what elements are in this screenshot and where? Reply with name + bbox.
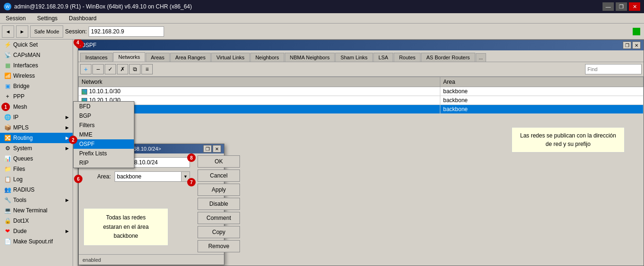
filter-button[interactable]: ≡ bbox=[141, 64, 153, 74]
find-input[interactable] bbox=[585, 64, 642, 74]
forward-button[interactable]: ► bbox=[16, 25, 28, 38]
main-content: 3 OSPF ❐ ✕ Instances Networks Areas Area… bbox=[73, 40, 644, 266]
sidebar: 1 ⚡ Quick Set 📡 CAPsMAN ▦ Interfaces 📶 W… bbox=[0, 40, 73, 266]
sidebar-item-new-terminal[interactable]: 💻 New Terminal bbox=[0, 205, 73, 216]
cancel-button[interactable]: Cancel bbox=[198, 169, 240, 182]
remove-button[interactable]: Remove bbox=[198, 240, 240, 252]
sidebar-item-wireless[interactable]: 📶 Wireless bbox=[0, 71, 73, 81]
table-row[interactable]: 10.20.1.0/30 backbone bbox=[79, 96, 644, 105]
sidebar-item-bridge[interactable]: ▣ Bridge bbox=[0, 81, 73, 91]
comment-button[interactable]: Comment bbox=[198, 212, 240, 224]
copy-button[interactable]: Copy bbox=[198, 226, 240, 238]
ppp-icon: + bbox=[4, 93, 11, 100]
sidebar-item-label: Dude bbox=[13, 228, 64, 234]
tab-networks[interactable]: Networks bbox=[113, 52, 145, 62]
wireless-icon: 📶 bbox=[4, 72, 11, 80]
sidebar-item-label: Files bbox=[13, 166, 69, 172]
sidebar-item-capsman[interactable]: 📡 CAPsMAN bbox=[0, 50, 73, 60]
sidebar-item-quick-set[interactable]: ⚡ Quick Set bbox=[0, 40, 73, 50]
step-8-badge: 8 bbox=[187, 153, 196, 162]
sidebar-item-label: MPLS bbox=[13, 124, 64, 131]
tab-lsa[interactable]: LSA bbox=[373, 53, 394, 62]
files-icon: 📁 bbox=[4, 165, 11, 173]
sidebar-item-files[interactable]: 📁 Files bbox=[0, 164, 73, 174]
tab-instances[interactable]: Instances bbox=[80, 53, 113, 62]
sidebar-item-label: PPP bbox=[13, 93, 69, 100]
sidebar-item-interfaces[interactable]: ▦ Interfaces bbox=[0, 60, 73, 71]
terminal-icon: 💻 bbox=[4, 207, 11, 214]
sidebar-item-queues[interactable]: 📊 Queues bbox=[0, 153, 73, 164]
tooltip-networks: Las redes se publican con la dirección d… bbox=[512, 127, 625, 153]
area-row: Area: backbone ▼ bbox=[83, 171, 190, 182]
sidebar-item-mpls[interactable]: 📦 MPLS ▶ bbox=[0, 122, 73, 133]
minimize-button[interactable]: — bbox=[603, 2, 614, 11]
sub-maximize-button[interactable]: ❐ bbox=[203, 145, 212, 153]
area-cell: backbone bbox=[440, 87, 643, 96]
area-select[interactable]: backbone ▼ bbox=[115, 171, 190, 182]
sidebar-item-radius[interactable]: 👥 RADIUS bbox=[0, 185, 73, 195]
tab-areas[interactable]: Areas bbox=[146, 53, 170, 62]
sub-window-buttons: 7 8 OK Cancel Apply Disable Comment Copy… bbox=[194, 153, 244, 254]
sidebar-item-make-supout[interactable]: 📄 Make Supout.rif bbox=[0, 236, 73, 247]
sidebar-item-dude[interactable]: ❤ Dude ▶ bbox=[0, 226, 73, 236]
table-row[interactable]: 10.10.1.0/30 backbone bbox=[79, 87, 644, 96]
sidebar-item-tools[interactable]: 🔧 Tools ▶ bbox=[0, 195, 73, 205]
networks-table: Network Area 10.10.1.0/30 backbone 10.20… bbox=[78, 77, 644, 114]
routing-icon: 🔀 bbox=[4, 134, 11, 142]
toolbar: ◄ ► Safe Mode Session: bbox=[0, 24, 644, 40]
step-1-badge: 1 bbox=[1, 103, 10, 111]
enable-button[interactable]: ✓ bbox=[105, 64, 116, 74]
connection-indicator bbox=[633, 28, 640, 35]
menu-settings[interactable]: Settings bbox=[33, 14, 61, 23]
add-button[interactable]: + bbox=[80, 64, 91, 74]
close-button[interactable]: ✕ bbox=[629, 2, 640, 11]
disable-button[interactable]: ✗ bbox=[117, 64, 128, 74]
apply-button[interactable]: Apply bbox=[198, 184, 240, 196]
col-area[interactable]: Area bbox=[440, 77, 643, 87]
tab-more[interactable]: ... bbox=[476, 53, 486, 62]
maximize-button[interactable]: ❐ bbox=[616, 2, 627, 11]
copy-button[interactable]: ⧉ bbox=[129, 64, 140, 74]
dot1x-icon: 🔒 bbox=[4, 217, 11, 225]
step-6-badge: 6 bbox=[74, 175, 83, 183]
remove-button[interactable]: − bbox=[92, 64, 104, 74]
sidebar-item-mesh[interactable]: • Mesh bbox=[0, 102, 73, 112]
disable-button[interactable]: Disable bbox=[198, 198, 240, 210]
expand-arrow: ▶ bbox=[66, 229, 69, 234]
tab-as-border-routers[interactable]: AS Border Routers bbox=[421, 53, 475, 62]
ospf-close-button[interactable]: ✕ bbox=[632, 41, 641, 49]
col-network[interactable]: Network bbox=[79, 77, 440, 87]
ospf-maximize-button[interactable]: ❐ bbox=[623, 41, 631, 49]
sidebar-item-system[interactable]: ⚙ System ▶ bbox=[0, 143, 73, 153]
safe-mode-button[interactable]: Safe Mode bbox=[30, 25, 63, 38]
session-label: Session: bbox=[65, 28, 87, 35]
tab-neighbors[interactable]: Neighbors bbox=[250, 53, 284, 62]
form-area: 5 6 Network: Area: backbone ▼ bbox=[79, 153, 194, 254]
main-layout: 1 ⚡ Quick Set 📡 CAPsMAN ▦ Interfaces 📶 W… bbox=[0, 40, 644, 266]
sidebar-item-label: Bridge bbox=[13, 83, 69, 89]
sidebar-item-ip[interactable]: 🌐 IP ▶ bbox=[0, 112, 73, 122]
tooltip2-line1: Todas las redes bbox=[91, 213, 161, 222]
sidebar-item-log[interactable]: 📋 Log bbox=[0, 174, 73, 185]
dude-icon: ❤ bbox=[4, 227, 11, 235]
back-button[interactable]: ◄ bbox=[2, 25, 14, 38]
tab-sham-links[interactable]: Sham Links bbox=[335, 53, 372, 62]
expand-arrow: ▶ bbox=[66, 125, 69, 130]
sidebar-item-dot1x[interactable]: 🔒 Dot1X bbox=[0, 216, 73, 226]
status-text: enabled bbox=[83, 257, 101, 263]
sub-window-status: enabled bbox=[79, 254, 224, 265]
interfaces-icon: ▦ bbox=[4, 62, 11, 69]
table-row[interactable]: 192.168.10.0/24 backbone bbox=[79, 105, 644, 114]
tab-nbma-neighbors[interactable]: NBMA Neighbors bbox=[285, 53, 335, 62]
ok-button[interactable]: OK bbox=[198, 155, 240, 168]
tab-virtual-links[interactable]: Virtual Links bbox=[211, 53, 250, 62]
menu-session[interactable]: Session bbox=[2, 14, 30, 23]
tab-area-ranges[interactable]: Area Ranges bbox=[170, 53, 211, 62]
supout-icon: 📄 bbox=[4, 238, 11, 245]
sidebar-item-routing[interactable]: 🔀 Routing ▶ bbox=[0, 133, 73, 143]
tab-routes[interactable]: Routes bbox=[394, 53, 421, 62]
sidebar-item-ppp[interactable]: + PPP bbox=[0, 91, 73, 102]
menu-dashboard[interactable]: Dashboard bbox=[65, 14, 100, 23]
sub-close-button[interactable]: ✕ bbox=[213, 145, 221, 153]
session-input[interactable] bbox=[89, 26, 164, 37]
